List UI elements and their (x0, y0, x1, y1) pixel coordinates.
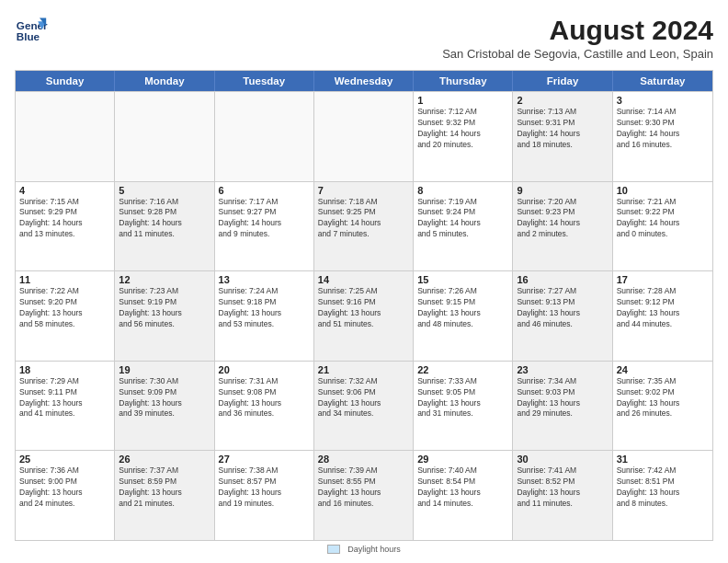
cal-cell-r2c0: 11Sunrise: 7:22 AM Sunset: 9:20 PM Dayli… (16, 271, 115, 361)
day-num-27: 27 (219, 454, 310, 465)
day-info-29: Sunrise: 7:40 AM Sunset: 8:54 PM Dayligh… (417, 465, 508, 510)
cal-cell-r1c3: 7Sunrise: 7:18 AM Sunset: 9:25 PM Daylig… (314, 182, 414, 271)
day-info-2: Sunrise: 7:13 AM Sunset: 9:31 PM Dayligh… (517, 107, 608, 151)
day-num-15: 15 (417, 274, 508, 285)
cal-cell-r1c5: 9Sunrise: 7:20 AM Sunset: 9:23 PM Daylig… (513, 182, 612, 271)
cal-row-2: 11Sunrise: 7:22 AM Sunset: 9:20 PM Dayli… (16, 270, 712, 361)
header-wednesday: Wednesday (314, 71, 414, 91)
day-num-4: 4 (19, 185, 110, 196)
header: General Blue August 2024 San Cristobal d… (15, 15, 713, 61)
day-info-10: Sunrise: 7:21 AM Sunset: 9:22 PM Dayligh… (617, 197, 709, 241)
day-info-24: Sunrise: 7:35 AM Sunset: 9:02 PM Dayligh… (617, 376, 709, 420)
cal-cell-r3c2: 20Sunrise: 7:31 AM Sunset: 9:08 PM Dayli… (215, 362, 314, 451)
day-num-24: 24 (617, 364, 709, 375)
day-num-25: 25 (19, 454, 110, 465)
cal-cell-r4c5: 30Sunrise: 7:41 AM Sunset: 8:52 PM Dayli… (513, 451, 612, 540)
cal-cell-r0c6: 3Sunrise: 7:14 AM Sunset: 9:30 PM Daylig… (613, 92, 712, 181)
calendar-body: 1Sunrise: 7:12 AM Sunset: 9:32 PM Daylig… (16, 91, 712, 540)
cal-cell-r0c1 (115, 92, 214, 181)
day-num-3: 3 (617, 95, 709, 106)
day-info-13: Sunrise: 7:24 AM Sunset: 9:18 PM Dayligh… (219, 286, 310, 330)
cal-cell-r4c2: 27Sunrise: 7:38 AM Sunset: 8:57 PM Dayli… (215, 451, 314, 540)
day-info-17: Sunrise: 7:28 AM Sunset: 9:12 PM Dayligh… (617, 286, 709, 330)
day-info-6: Sunrise: 7:17 AM Sunset: 9:27 PM Dayligh… (219, 197, 310, 241)
cal-cell-r4c4: 29Sunrise: 7:40 AM Sunset: 8:54 PM Dayli… (414, 451, 513, 540)
day-info-23: Sunrise: 7:34 AM Sunset: 9:03 PM Dayligh… (517, 376, 608, 420)
footer: Daylight hours (15, 545, 713, 554)
cal-cell-r0c5: 2Sunrise: 7:13 AM Sunset: 9:31 PM Daylig… (513, 92, 612, 181)
day-num-13: 13 (219, 274, 310, 285)
cal-cell-r0c4: 1Sunrise: 7:12 AM Sunset: 9:32 PM Daylig… (414, 92, 513, 181)
cal-cell-r4c0: 25Sunrise: 7:36 AM Sunset: 9:00 PM Dayli… (16, 451, 115, 540)
header-monday: Monday (115, 71, 214, 91)
cal-cell-r3c3: 21Sunrise: 7:32 AM Sunset: 9:06 PM Dayli… (314, 362, 414, 451)
day-info-12: Sunrise: 7:23 AM Sunset: 9:19 PM Dayligh… (119, 286, 210, 330)
day-info-3: Sunrise: 7:14 AM Sunset: 9:30 PM Dayligh… (617, 107, 709, 151)
day-num-23: 23 (517, 364, 608, 375)
header-sunday: Sunday (16, 71, 115, 91)
day-num-22: 22 (417, 364, 508, 375)
cal-cell-r4c3: 28Sunrise: 7:39 AM Sunset: 8:55 PM Dayli… (314, 451, 414, 540)
page: General Blue August 2024 San Cristobal d… (0, 0, 728, 563)
logo: General Blue (15, 15, 48, 48)
cal-row-3: 18Sunrise: 7:29 AM Sunset: 9:11 PM Dayli… (16, 361, 712, 451)
cal-cell-r1c6: 10Sunrise: 7:21 AM Sunset: 9:22 PM Dayli… (613, 182, 712, 271)
header-thursday: Thursday (414, 71, 513, 91)
day-info-25: Sunrise: 7:36 AM Sunset: 9:00 PM Dayligh… (19, 465, 110, 510)
cal-cell-r2c1: 12Sunrise: 7:23 AM Sunset: 9:19 PM Dayli… (115, 271, 214, 361)
day-num-5: 5 (119, 185, 210, 196)
day-num-17: 17 (617, 274, 709, 285)
calendar: Sunday Monday Tuesday Wednesday Thursday… (15, 70, 713, 541)
day-num-31: 31 (617, 454, 709, 465)
day-num-29: 29 (417, 454, 508, 465)
cal-cell-r0c2 (215, 92, 314, 181)
day-num-30: 30 (517, 454, 608, 465)
header-friday: Friday (513, 71, 612, 91)
day-info-19: Sunrise: 7:30 AM Sunset: 9:09 PM Dayligh… (119, 376, 210, 420)
day-info-18: Sunrise: 7:29 AM Sunset: 9:11 PM Dayligh… (19, 376, 110, 420)
day-num-26: 26 (119, 454, 210, 465)
legend-box (327, 545, 340, 554)
cal-cell-r0c0 (16, 92, 115, 181)
cal-cell-r4c1: 26Sunrise: 7:37 AM Sunset: 8:59 PM Dayli… (115, 451, 214, 540)
day-info-20: Sunrise: 7:31 AM Sunset: 9:08 PM Dayligh… (219, 376, 310, 420)
day-num-11: 11 (19, 274, 110, 285)
cal-cell-r1c4: 8Sunrise: 7:19 AM Sunset: 9:24 PM Daylig… (414, 182, 513, 271)
day-num-28: 28 (318, 454, 409, 465)
cal-row-0: 1Sunrise: 7:12 AM Sunset: 9:32 PM Daylig… (16, 91, 712, 181)
day-info-1: Sunrise: 7:12 AM Sunset: 9:32 PM Dayligh… (417, 107, 508, 151)
day-info-31: Sunrise: 7:42 AM Sunset: 8:51 PM Dayligh… (617, 465, 709, 510)
title-block: August 2024 San Cristobal de Segovia, Ca… (442, 15, 713, 61)
header-saturday: Saturday (613, 71, 712, 91)
day-num-19: 19 (119, 364, 210, 375)
day-num-2: 2 (517, 95, 608, 106)
cal-row-4: 25Sunrise: 7:36 AM Sunset: 9:00 PM Dayli… (16, 450, 712, 540)
legend-label: Daylight hours (347, 545, 401, 554)
cal-cell-r1c2: 6Sunrise: 7:17 AM Sunset: 9:27 PM Daylig… (215, 182, 314, 271)
day-info-11: Sunrise: 7:22 AM Sunset: 9:20 PM Dayligh… (19, 286, 110, 330)
day-num-20: 20 (219, 364, 310, 375)
day-info-7: Sunrise: 7:18 AM Sunset: 9:25 PM Dayligh… (318, 197, 409, 241)
day-info-14: Sunrise: 7:25 AM Sunset: 9:16 PM Dayligh… (318, 286, 409, 330)
day-num-9: 9 (517, 185, 608, 196)
day-num-6: 6 (219, 185, 310, 196)
day-num-1: 1 (417, 95, 508, 106)
cal-cell-r2c4: 15Sunrise: 7:26 AM Sunset: 9:15 PM Dayli… (414, 271, 513, 361)
day-num-21: 21 (318, 364, 409, 375)
day-num-14: 14 (318, 274, 409, 285)
day-num-8: 8 (417, 185, 508, 196)
day-info-22: Sunrise: 7:33 AM Sunset: 9:05 PM Dayligh… (417, 376, 508, 420)
day-info-30: Sunrise: 7:41 AM Sunset: 8:52 PM Dayligh… (517, 465, 608, 510)
cal-cell-r2c2: 13Sunrise: 7:24 AM Sunset: 9:18 PM Dayli… (215, 271, 314, 361)
main-title: August 2024 (442, 15, 713, 45)
day-info-16: Sunrise: 7:27 AM Sunset: 9:13 PM Dayligh… (517, 286, 608, 330)
cal-cell-r2c5: 16Sunrise: 7:27 AM Sunset: 9:13 PM Dayli… (513, 271, 612, 361)
cal-cell-r3c5: 23Sunrise: 7:34 AM Sunset: 9:03 PM Dayli… (513, 362, 612, 451)
subtitle: San Cristobal de Segovia, Castille and L… (442, 47, 713, 61)
logo-icon: General Blue (15, 15, 48, 48)
day-info-5: Sunrise: 7:16 AM Sunset: 9:28 PM Dayligh… (119, 197, 210, 241)
day-num-7: 7 (318, 185, 409, 196)
day-info-28: Sunrise: 7:39 AM Sunset: 8:55 PM Dayligh… (318, 465, 409, 510)
day-info-9: Sunrise: 7:20 AM Sunset: 9:23 PM Dayligh… (517, 197, 608, 241)
day-info-21: Sunrise: 7:32 AM Sunset: 9:06 PM Dayligh… (318, 376, 409, 420)
